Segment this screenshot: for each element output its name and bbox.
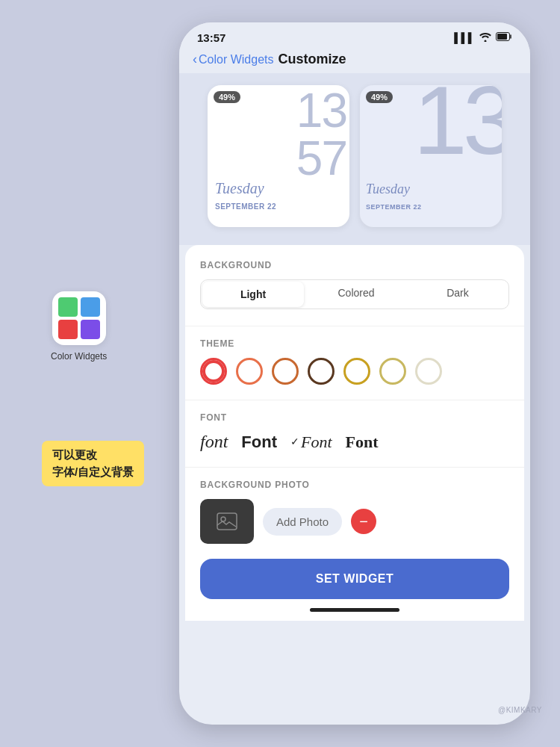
font-checkmark: ✓ (290, 436, 299, 448)
widget-date-2: SEPTEMBER 22 (366, 203, 422, 211)
theme-circle-4[interactable] (308, 358, 335, 385)
home-indicator (310, 608, 399, 612)
bg-option-dark[interactable]: Dark (407, 280, 508, 309)
app-icon-dot-1 (58, 297, 78, 317)
app-icon-label: Color Widgets (51, 351, 107, 362)
theme-circle-7[interactable] (415, 358, 442, 385)
widget-day-1: Tuesday (215, 180, 264, 197)
app-icon-dot-2 (81, 297, 100, 317)
font-option-3[interactable]: ✓ Font (290, 433, 332, 452)
theme-circle-6[interactable] (379, 358, 406, 385)
app-icon-dot-4 (81, 320, 100, 339)
status-bar: 13:57 ▌▌▌ (179, 22, 530, 49)
theme-circle-1[interactable] (200, 358, 227, 385)
nav-back-label: Color Widgets (199, 53, 273, 66)
widget-preview-area: 49% 1357 Tuesday SEPTEMBER 22 49% 13 Tue… (179, 73, 530, 245)
nav-title: Customize (278, 52, 346, 67)
nav-back-button[interactable]: ‹ Color Widgets (193, 52, 273, 67)
remove-photo-button[interactable]: − (351, 509, 376, 534)
signal-icon: ▌▌▌ (454, 32, 475, 43)
annotation-box: 可以更改 字体/自定义背景 (42, 441, 144, 486)
font-option-1[interactable]: font (200, 432, 228, 452)
set-widget-button[interactable]: SET WIDGET (200, 559, 509, 599)
bg-option-colored[interactable]: Colored (305, 280, 407, 309)
background-selector: Light Colored Dark (200, 279, 509, 309)
widget-preview-1[interactable]: 49% 1357 Tuesday SEPTEMBER 22 (208, 85, 349, 227)
svg-rect-1 (497, 34, 507, 40)
svg-rect-2 (217, 513, 237, 530)
wifi-icon (479, 32, 491, 44)
widget-content-1: 1357 Tuesday SEPTEMBER 22 (208, 85, 349, 227)
widget-big-number: 13 (413, 85, 502, 169)
battery-icon (496, 32, 512, 43)
widget-content-2: 13 Tuesday SEPTEMBER 22 (360, 85, 502, 227)
widget-time-display-1: 1357 (296, 87, 346, 182)
theme-section-label: THEME (200, 338, 509, 349)
divider-1 (185, 326, 524, 326)
status-icons: ▌▌▌ (454, 32, 512, 44)
bg-photo-section-label: BACKGROUND PHOTO (200, 480, 509, 490)
font-option-2[interactable]: Font (241, 433, 277, 452)
widget-date-1: SEPTEMBER 22 (215, 202, 276, 211)
svg-point-3 (221, 517, 225, 521)
app-icon (52, 291, 106, 345)
bg-photo-thumbnail[interactable] (200, 499, 254, 544)
add-photo-button[interactable]: Add Photo (263, 508, 342, 536)
bottom-sheet: BACKGROUND Light Colored Dark THEME FONT… (185, 245, 524, 621)
theme-row (200, 358, 509, 385)
divider-2 (185, 400, 524, 400)
theme-circle-5[interactable] (343, 358, 370, 385)
background-section-label: BACKGROUND (200, 260, 509, 270)
bg-option-light[interactable]: Light (202, 282, 304, 307)
widget-day-2: Tuesday (366, 182, 410, 197)
divider-3 (185, 467, 524, 468)
theme-circle-3[interactable] (272, 358, 299, 385)
theme-circle-2[interactable] (236, 358, 263, 385)
status-time: 13:57 (197, 31, 225, 44)
nav-bar: ‹ Color Widgets Customize (179, 49, 530, 73)
widget-badge-1: 49% (214, 91, 240, 103)
app-icon-container: Color Widgets (51, 291, 107, 362)
phone-frame: 13:57 ▌▌▌ ‹ Color Widgets (179, 22, 530, 725)
annotation-line2: 字体/自定义背景 (52, 464, 134, 481)
back-chevron-icon: ‹ (193, 52, 197, 67)
font-option-4[interactable]: Font (346, 433, 379, 452)
watermark: @KIMKARY (498, 706, 542, 714)
font-row: font Font ✓ Font Font (200, 432, 509, 452)
bg-photo-row: Add Photo − (200, 499, 509, 544)
font-section-label: FONT (200, 412, 509, 423)
widget-preview-2[interactable]: 49% 13 Tuesday SEPTEMBER 22 (360, 85, 502, 227)
widget-badge-2: 49% (366, 91, 393, 103)
annotation-line1: 可以更改 (52, 447, 134, 464)
app-icon-dot-3 (58, 320, 78, 339)
